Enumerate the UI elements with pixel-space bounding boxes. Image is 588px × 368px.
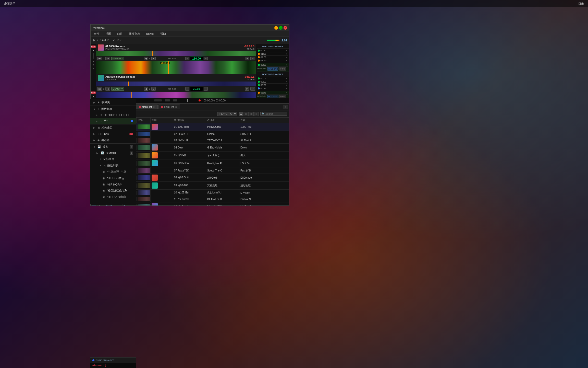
- transport-prog3: [173, 99, 177, 101]
- deck1-hot-cue-section: 02:33 ✕ MEMORY HOT CUE INFO: [257, 63, 289, 72]
- master-time: 2:09: [281, 39, 287, 42]
- sidebar-item-hiphop4[interactable]: ◉ *HIP HOP#4: [90, 181, 136, 187]
- tab-close-4[interactable]: ✕: [175, 106, 177, 108]
- view-grid-btn[interactable]: ⊞: [244, 112, 249, 116]
- deck2-info-btn[interactable]: INFO: [279, 95, 286, 98]
- th-title[interactable]: 曲目标题: [173, 118, 206, 123]
- deck2-hot-cue-btn[interactable]: HOT CUE: [267, 95, 278, 98]
- td-album-10: D-Vision: [239, 191, 265, 195]
- player-select[interactable]: PLAYER A: [217, 112, 237, 116]
- deck2-next-btn[interactable]: ⏭: [105, 87, 110, 91]
- deck1-loop-fwd[interactable]: ▶: [151, 57, 156, 60]
- deck2-prev-btn[interactable]: ⏮: [97, 87, 102, 91]
- deck1-info-btn[interactable]: INFO: [279, 67, 286, 71]
- th-artist[interactable]: 表演者: [206, 118, 239, 123]
- cue-button-deck2[interactable]: CUE: [91, 91, 96, 94]
- deck1-prev-btn[interactable]: ⏮: [97, 57, 102, 60]
- sidebar-item-browser[interactable]: ▶ ◈ 浏览器: [90, 137, 136, 143]
- sidebar-item-playlists[interactable]: ▼ ♫ 播放列表: [90, 106, 136, 112]
- deck1-hot-cue-btn[interactable]: HOT CUE: [267, 67, 278, 71]
- gmoki-settings-icon[interactable]: ⚙: [130, 152, 133, 155]
- deck2-memory-btn[interactable]: MEMORY: [111, 87, 124, 91]
- deck1-plus-btn[interactable]: +: [204, 57, 208, 60]
- deck1-loop-out[interactable]: ↩: [250, 57, 255, 60]
- deck1-next-btn[interactable]: ⏭: [105, 57, 110, 60]
- view-art-btn[interactable]: ⊡: [254, 112, 259, 116]
- all-tracks-label: 全部曲目: [103, 157, 114, 161]
- play-button-deck1[interactable]: ▶: [93, 49, 94, 52]
- deck1-waveform-overview[interactable]: [96, 51, 256, 56]
- sidebar-item-orange[interactable]: ◉ *橙色跳红色飞Tr: [90, 187, 136, 194]
- deck2-loop-fwd[interactable]: ▶: [151, 87, 156, 91]
- cue-close-5[interactable]: ✕: [286, 64, 288, 66]
- deck2-info: Antisocial (Ghali Remix) 76.0m Fm: [105, 75, 242, 81]
- add-list-btn[interactable]: +: [283, 105, 288, 109]
- deck2-loop-set[interactable]: ⟳: [245, 87, 249, 91]
- cue-close-1[interactable]: ✕: [286, 50, 288, 52]
- cue-close-3[interactable]: ✕: [286, 56, 288, 59]
- cue-close-d2-4[interactable]: ✕: [286, 87, 288, 90]
- devices-settings-icon[interactable]: ⚙: [130, 145, 133, 148]
- sidebar-item-devices[interactable]: ▼ 💾 设备 ⚙: [90, 144, 136, 150]
- deck2-waveform-overview[interactable]: [96, 82, 256, 86]
- menu-kuvo[interactable]: KUVO: [145, 32, 155, 36]
- deck2-plus-btn[interactable]: +: [204, 87, 208, 91]
- pitch-slider-deck1[interactable]: [93, 53, 94, 59]
- sidebar-item-hiphop-early[interactable]: ◉ *HIPHOP早场: [90, 175, 136, 181]
- sidebar-item-device-playlists[interactable]: ▼ ♫ 播放列表: [90, 162, 136, 169]
- sidebar-item-itunes[interactable]: ▶ ♪ iTunes ○: [90, 131, 136, 137]
- deck2-loop-back[interactable]: ◀: [144, 87, 148, 91]
- sidebar-item-all-tracks[interactable]: ♫ 全部曲目: [90, 156, 136, 162]
- menu-help[interactable]: 帮助: [159, 31, 167, 36]
- th-preview[interactable]: 预览: [137, 118, 151, 123]
- close-button[interactable]: ✕: [284, 26, 287, 30]
- deck2-time-remaining: -03:19.1: [244, 75, 254, 78]
- sidebar-item-hiphop1[interactable]: ◉ *HIPHOP1套曲: [90, 194, 136, 200]
- sidebar-item-hiphop[interactable]: ▸ ≡ HIP HOP FFFFFFFFF: [90, 112, 136, 118]
- play-button-deck2[interactable]: ▶: [93, 95, 94, 98]
- th-album[interactable]: 专辑: [239, 118, 265, 123]
- cue-button-deck1[interactable]: CUE: [91, 45, 96, 48]
- deck1-loop-back[interactable]: ◀: [144, 57, 148, 60]
- sidebar-item-gmoki[interactable]: ▶ 💽 G:MOKI ⚙: [90, 150, 136, 156]
- hiphop1-label: *HIPHOP1套曲: [107, 195, 126, 199]
- maximize-button[interactable]: □: [279, 26, 283, 30]
- menu-file[interactable]: 文件: [93, 31, 100, 36]
- sidebar-item-favorites[interactable]: ▶ ★ 收藏夹: [90, 99, 136, 106]
- playlist-tab-3[interactable]: blank list ✕: [136, 105, 158, 109]
- cue-close-d2-3[interactable]: ✕: [286, 84, 288, 86]
- playlist-tab-4[interactable]: blank list ✕: [158, 105, 180, 109]
- sidebar-item-hou2[interactable]: ▸ ≡ 后2: [90, 118, 136, 124]
- deck2-minus-btn[interactable]: −: [185, 87, 189, 91]
- cue-close-4[interactable]: ✕: [286, 60, 288, 62]
- view-list-btn[interactable]: ☰: [239, 112, 243, 116]
- player-mode-label[interactable]: 2 PLAYER: [97, 39, 109, 42]
- deck2-loop-out[interactable]: ↩: [250, 87, 255, 91]
- sidebar-item-niuma[interactable]: ◉ *牛马棒死+牛马: [90, 169, 136, 175]
- rec-button[interactable]: ✓: [113, 39, 115, 42]
- menu-track[interactable]: 曲目: [116, 31, 124, 36]
- cue-close-2[interactable]: ✕: [286, 53, 288, 55]
- th-album-img[interactable]: 专辑: [151, 118, 173, 123]
- deck1-memory-btn[interactable]: MEMORY: [111, 57, 124, 60]
- deck2-waveform-main[interactable]: [96, 92, 256, 98]
- td-title-7: 07.Fast (Y2K: [173, 168, 206, 173]
- deck2-rst-label: RST: [172, 88, 176, 90]
- deck2-cue-4: 00:18 ✕: [257, 87, 288, 90]
- minimize-button[interactable]: −: [274, 26, 278, 30]
- arrow-playlists: ▼: [93, 108, 96, 110]
- sidebar-item-related[interactable]: ▶ ⊞ 相关曲目: [90, 124, 136, 131]
- search-input[interactable]: [265, 112, 286, 115]
- deck1-minus-btn[interactable]: −: [185, 57, 189, 60]
- menu-playlist[interactable]: 播放列表: [128, 31, 141, 36]
- td-art-4: [151, 144, 173, 151]
- view-large-btn[interactable]: ▤: [249, 112, 254, 116]
- tab-close-3[interactable]: ✕: [153, 106, 155, 108]
- deck1-loop-set[interactable]: ⟳: [245, 57, 249, 60]
- cue-close-d2-2[interactable]: ✕: [286, 81, 288, 83]
- device-playlists-label: 播放列表: [107, 164, 118, 167]
- deck1-waveform-main[interactable]: 12:29.4m: [96, 61, 256, 74]
- menu-view[interactable]: 视图: [104, 31, 112, 36]
- cue-close-d2-1[interactable]: ✕: [286, 77, 288, 80]
- cue-close-d2-5[interactable]: ✕: [286, 92, 288, 94]
